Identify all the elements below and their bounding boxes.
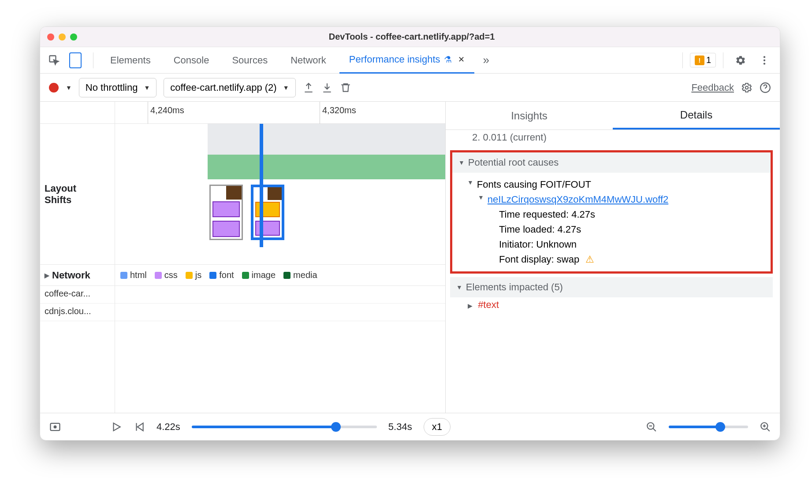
rewind-button[interactable] <box>134 421 145 433</box>
devtools-window: DevTools - coffee-cart.netlify.app/?ad=1… <box>40 26 780 441</box>
ruler-tick: 4,240ms <box>150 105 184 115</box>
inspect-element-icon[interactable] <box>45 52 63 69</box>
details-tab[interactable]: Details <box>613 102 780 130</box>
root-causes-header[interactable]: ▼ Potential root causes <box>452 152 771 173</box>
fonts-foit-fout-row[interactable]: ▼ Fonts causing FOIT/FOUT <box>458 177 764 192</box>
end-time: 5.34s <box>388 421 412 433</box>
collapse-caret-icon: ▼ <box>478 194 484 201</box>
timeline-block[interactable] <box>208 155 446 179</box>
tab-network-label: Network <box>291 55 326 66</box>
tab-sources[interactable]: Sources <box>222 47 277 74</box>
delete-icon[interactable] <box>340 82 351 93</box>
highlighted-section: ▼ Potential root causes ▼ Fonts causing … <box>450 150 773 274</box>
network-row-label[interactable]: ▶ Network <box>40 265 115 286</box>
import-icon[interactable] <box>321 82 333 93</box>
layout-shift-thumbnail[interactable] <box>209 185 243 240</box>
record-button[interactable] <box>49 83 59 93</box>
tab-sources-label: Sources <box>232 55 268 66</box>
slider-thumb[interactable] <box>715 422 725 432</box>
legend-image: image <box>242 270 276 280</box>
playback-bar: 4.22s 5.34s x1 <box>40 413 780 440</box>
tab-network[interactable]: Network <box>281 47 336 74</box>
expand-caret-icon: ▶ <box>45 272 49 279</box>
playhead[interactable] <box>260 124 263 247</box>
close-window-button[interactable] <box>47 33 54 41</box>
toggle-view-icon[interactable] <box>49 421 61 433</box>
throttling-select[interactable]: No throttling ▼ <box>79 78 156 97</box>
playback-speed[interactable]: x1 <box>424 418 451 436</box>
time-loaded-row: Time loaded: 4.27s <box>458 222 764 237</box>
details-tabs: Insights Details <box>446 102 780 130</box>
layout-shift-thumbnail-selected[interactable] <box>251 185 284 240</box>
collapse-caret-icon: ▼ <box>467 179 473 186</box>
settings-icon[interactable] <box>730 55 751 66</box>
issues-badge[interactable]: ! 1 <box>690 53 716 67</box>
font-file-row[interactable]: ▼ neILzCirqoswsqX9zoKmM4MwWJU.woff2 <box>458 192 764 207</box>
cls-current-value: 2. 0.011 (current) <box>446 130 780 145</box>
play-button[interactable] <box>111 421 122 433</box>
network-request-label[interactable]: cdnjs.clou... <box>40 304 115 321</box>
initiator-row: Initiator: Unknown <box>458 237 764 252</box>
tab-elements-label: Elements <box>110 55 151 66</box>
font-file-link[interactable]: neILzCirqoswsqX9zoKmM4MwWJU.woff2 <box>488 194 668 205</box>
elements-impacted-label: Elements impacted (5) <box>466 282 563 293</box>
minimize-window-button[interactable] <box>59 33 66 41</box>
timeline-panel: 4,240ms 4,320ms Layout Shifts ▶ Network … <box>40 102 446 413</box>
elements-impacted-header[interactable]: ▼ Elements impacted (5) <box>450 277 773 297</box>
tab-elements[interactable]: Elements <box>101 47 160 74</box>
tab-console[interactable]: Console <box>164 47 219 74</box>
slider-thumb[interactable] <box>331 422 341 432</box>
row-tracks: html css js font image media <box>115 124 445 413</box>
layout-shifts-row-label: Layout Shifts <box>40 124 115 265</box>
zoom-out-icon[interactable] <box>646 421 657 433</box>
timeline-body: Layout Shifts ▶ Network coffee-car... cd… <box>40 124 445 413</box>
close-tab-icon[interactable]: ✕ <box>458 55 465 64</box>
svg-point-7 <box>54 426 56 428</box>
layout-shifts-track[interactable] <box>115 124 445 265</box>
flask-icon: ⚗ <box>444 54 452 65</box>
start-time: 4.22s <box>156 421 180 433</box>
titlebar: DevTools - coffee-cart.netlify.app/?ad=1 <box>40 27 780 47</box>
ruler-tick: 4,320ms <box>322 105 356 115</box>
impacted-element-row[interactable]: ▶ #text <box>446 297 780 312</box>
warning-icon: ⚠ <box>585 254 594 265</box>
tab-performance-insights[interactable]: Performance insights ⚗ ✕ <box>339 47 474 74</box>
legend-html: html <box>120 270 147 280</box>
chevron-down-icon: ▼ <box>144 84 150 91</box>
legend-font: font <box>209 270 234 280</box>
network-legend: html css js font image media <box>115 265 445 286</box>
legend-media: media <box>283 270 317 280</box>
more-tabs-button[interactable]: » <box>478 53 495 67</box>
legend-css: css <box>155 270 178 280</box>
export-icon[interactable] <box>303 82 314 93</box>
font-display-label: Font display: swap <box>499 254 579 265</box>
svg-point-2 <box>764 59 765 61</box>
zoom-in-icon[interactable] <box>760 421 771 433</box>
details-panel: Insights Details 2. 0.011 (current) ▼ Po… <box>446 102 780 413</box>
network-track-row[interactable] <box>115 286 445 304</box>
network-track-row[interactable] <box>115 304 445 321</box>
perf-toolbar: ▼ No throttling ▼ coffee-cart.netlify.ap… <box>40 74 780 102</box>
legend-js: js <box>186 270 201 280</box>
zoom-slider[interactable] <box>669 426 748 428</box>
device-toolbar-icon[interactable] <box>69 52 82 68</box>
collapse-caret-icon: ▼ <box>458 159 465 166</box>
help-icon[interactable] <box>760 82 771 93</box>
panel-settings-icon[interactable] <box>741 82 752 93</box>
maximize-window-button[interactable] <box>70 33 77 41</box>
tab-console-label: Console <box>174 55 209 66</box>
text-node-label: #text <box>478 299 499 310</box>
time-ruler[interactable]: 4,240ms 4,320ms <box>40 102 445 124</box>
insights-tab[interactable]: Insights <box>446 102 613 130</box>
record-dropdown-icon[interactable]: ▼ <box>66 84 72 91</box>
timeline-slider[interactable] <box>192 426 377 428</box>
root-causes-label: Potential root causes <box>468 157 559 168</box>
recording-select[interactable]: coffee-cart.netlify.app (2) ▼ <box>164 78 295 97</box>
kebab-menu-icon[interactable] <box>754 55 775 66</box>
tab-perf-label: Performance insights <box>349 54 440 65</box>
feedback-link[interactable]: Feedback <box>691 82 734 93</box>
content-area: 4,240ms 4,320ms Layout Shifts ▶ Network … <box>40 102 780 413</box>
throttling-label: No throttling <box>86 82 138 93</box>
network-request-label[interactable]: coffee-car... <box>40 286 115 304</box>
details-body: 2. 0.011 (current) ▼ Potential root caus… <box>446 130 780 413</box>
